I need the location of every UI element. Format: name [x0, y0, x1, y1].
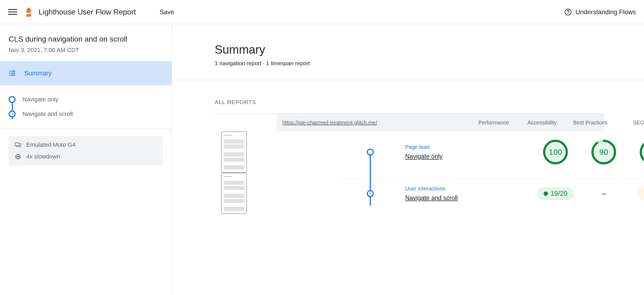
setting-throttle: 4x slowdown	[14, 153, 157, 160]
score-gauge: 100	[543, 139, 568, 165]
top-bar: Lighthouse User Flow Report Save Underst…	[0, 0, 644, 24]
sidebar: CLS during navigation and on scroll Nov …	[0, 24, 172, 295]
not-applicable-dash: –	[602, 189, 606, 198]
summary-list-icon	[9, 69, 17, 77]
sidebar-settings: Emulated Moto G4 4x slowdown	[9, 136, 163, 165]
pass-dot-icon	[544, 191, 548, 196]
table-row: Page load Navigate only 100 90 93	[338, 133, 644, 171]
cpu-chip-icon	[14, 153, 21, 160]
sidebar-step-navigate-and-scroll[interactable]: Navigate and scroll	[9, 107, 163, 121]
svg-point-4	[9, 73, 11, 74]
sidebar-step-navigate-only[interactable]: Navigate only	[9, 92, 163, 107]
sidebar-steps: Navigate only Navigate and scroll	[0, 85, 171, 128]
setting-throttle-label: 4x slowdown	[26, 153, 60, 160]
column-header-seo: SEO	[614, 120, 644, 126]
app-title: Lighthouse User Flow Report	[39, 8, 136, 16]
svg-rect-3	[11, 71, 15, 72]
save-button[interactable]: Save	[160, 8, 174, 16]
section-label: ALL REPORTS	[215, 80, 644, 113]
help-link-label: Understanding Flows	[576, 8, 636, 16]
svg-rect-8	[15, 143, 19, 146]
score-fraction: 19/20	[537, 187, 574, 200]
flow-date: Nov 3, 2021, 7:00 AM CDT	[9, 47, 163, 54]
sidebar-header: CLS during navigation and on scroll Nov …	[0, 24, 171, 61]
svg-point-6	[9, 75, 11, 76]
sidebar-step-label: Navigate and scroll	[23, 110, 73, 117]
help-icon	[564, 8, 572, 16]
step-type-label: Page load	[405, 144, 531, 150]
help-link[interactable]: Understanding Flows	[564, 8, 636, 16]
svg-rect-12	[17, 156, 19, 157]
score-value: 93	[639, 139, 644, 165]
table-row: User interactions Navigate and scroll 19…	[338, 179, 644, 208]
score-value: 90	[591, 139, 617, 165]
menu-icon[interactable]	[8, 8, 17, 17]
page-title: Summary	[215, 43, 644, 56]
report-row: User interactions Navigate and scroll 19…	[215, 173, 604, 214]
page-subtitle: 1 navigation report · 1 timespan report	[215, 60, 644, 67]
step-name-link[interactable]: Navigate and scroll	[405, 194, 531, 202]
column-header-performance: Performance	[470, 120, 518, 126]
score-fraction: 7/8	[638, 187, 644, 200]
main-content: Summary 1 navigation report · 1 timespan…	[172, 24, 644, 295]
fraction-value: 19/20	[551, 190, 568, 197]
sidebar-item-label: Summary	[24, 69, 52, 77]
table-header-row: https://pie-charmed-treatment.glitch.me/…	[276, 114, 604, 131]
navigation-marker-icon	[367, 149, 374, 156]
score-gauge: 90	[591, 139, 617, 165]
column-header-best-practices: Best Practices	[566, 120, 614, 126]
score-value: 100	[543, 139, 568, 165]
score-gauge: 93	[639, 139, 644, 165]
svg-point-1	[568, 13, 568, 14]
step-name-link[interactable]: Navigate only	[405, 153, 531, 160]
timespan-marker-icon	[9, 110, 16, 117]
screenshot-thumbnail	[221, 131, 247, 173]
screenshot-thumbnail	[221, 173, 247, 214]
flow-title: CLS during navigation and on scroll	[9, 35, 163, 43]
navigation-marker-icon	[9, 96, 16, 103]
reports-table: https://pie-charmed-treatment.glitch.me/…	[215, 113, 604, 214]
lighthouse-icon	[25, 8, 33, 17]
timespan-marker-icon	[367, 190, 374, 197]
svg-point-2	[9, 71, 11, 72]
report-url-link[interactable]: https://pie-charmed-treatment.glitch.me/	[276, 120, 470, 126]
svg-rect-9	[19, 144, 21, 147]
column-header-accessibility: Accessibility	[518, 120, 566, 126]
setting-device-label: Emulated Moto G4	[26, 141, 75, 148]
sidebar-item-summary[interactable]: Summary	[0, 61, 171, 85]
devices-icon	[14, 141, 21, 148]
svg-rect-5	[11, 73, 15, 73]
report-row: Page load Navigate only 100 90 93	[215, 131, 604, 173]
svg-rect-10	[16, 146, 18, 147]
sidebar-step-label: Navigate only	[23, 96, 58, 103]
step-type-label: User interactions	[405, 186, 531, 192]
setting-device: Emulated Moto G4	[14, 141, 157, 148]
svg-rect-7	[11, 75, 15, 76]
